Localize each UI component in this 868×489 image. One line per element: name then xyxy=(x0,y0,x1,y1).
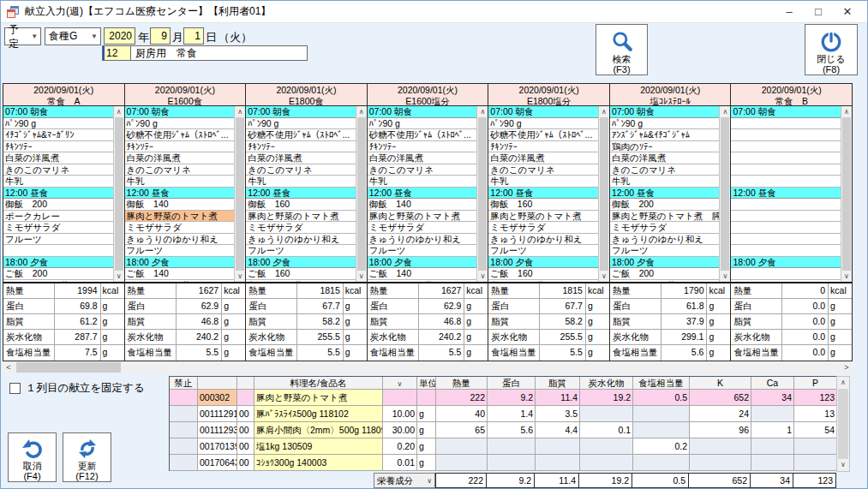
menu-item-row[interactable]: カニのちらし蒸し xyxy=(3,280,113,284)
ban-cell[interactable] xyxy=(170,438,198,455)
food-row[interactable]: 0011129300豚肩小間肉〈2mm〉500g 11809830.00g655… xyxy=(170,422,836,438)
scrollbar-thumb[interactable] xyxy=(838,389,848,459)
potassium-cell[interactable]: 24 xyxy=(690,406,751,422)
ban-cell[interactable] xyxy=(170,406,198,422)
carbohydrate-cell[interactable]: 0.1 xyxy=(580,422,633,438)
scroll-up-icon[interactable]: ∧ xyxy=(841,106,852,117)
food-subcode-cell[interactable] xyxy=(237,390,254,406)
menu-item-row[interactable]: カニのちらし蒸し xyxy=(125,280,235,284)
potassium-cell[interactable] xyxy=(690,438,751,455)
menu-item-row[interactable]: 砂糖不使用ｼﾞｬﾑ（ｽﾄﾛﾍﾞ... xyxy=(488,129,598,141)
menu-item-row[interactable]: ミモザサラダ xyxy=(368,222,477,234)
carbohydrate-cell[interactable] xyxy=(580,455,633,471)
menu-item-row[interactable]: フルーツ xyxy=(125,245,235,257)
ban-cell[interactable] xyxy=(170,455,198,471)
menu-item-row[interactable]: ﾊﾟﾝ90 g xyxy=(246,118,356,130)
menu-item-row[interactable] xyxy=(731,268,841,280)
scroll-right-icon[interactable]: > xyxy=(841,361,853,373)
menu-item-row[interactable]: ご飯 140 xyxy=(368,268,477,280)
scrollbar-thumb[interactable] xyxy=(16,362,121,373)
checkbox-icon[interactable] xyxy=(9,383,21,394)
menu-item-row[interactable]: ﾁｷﾝｿﾃｰ xyxy=(368,141,477,153)
calcium-cell[interactable] xyxy=(751,438,794,455)
close-icon[interactable]: ✕ xyxy=(833,1,862,22)
phosphorus-cell[interactable] xyxy=(794,438,837,455)
potassium-cell[interactable]: 652 xyxy=(690,390,751,406)
day-input[interactable]: 1 xyxy=(183,27,204,45)
search-button[interactable]: 検索 (F3) xyxy=(596,24,648,75)
scroll-up-icon[interactable]: ∧ xyxy=(720,106,730,117)
nutrition-mode-select[interactable]: 栄養成分∨ xyxy=(374,473,435,488)
food-subcode-cell[interactable]: 00 xyxy=(237,455,254,471)
meal-time-row[interactable]: 12:00 昼食 xyxy=(3,188,113,200)
month-input[interactable]: 9 xyxy=(150,27,171,45)
menu-item-row[interactable] xyxy=(731,234,841,246)
menu-item-row[interactable]: きのこのマリネ xyxy=(488,164,598,176)
vertical-scrollbar[interactable]: ∧∨ xyxy=(113,106,124,282)
menu-item-row[interactable]: 鶏のちらし蒸し xyxy=(246,280,356,284)
scroll-down-icon[interactable]: ∨ xyxy=(114,271,124,282)
scrollbar-thumb[interactable] xyxy=(721,117,729,271)
menu-item-row[interactable]: カニのちらし蒸し xyxy=(368,280,477,284)
fat-cell[interactable]: 11.4 xyxy=(536,390,580,406)
menu-item-row[interactable] xyxy=(731,141,841,153)
vertical-scrollbar[interactable]: ∧∨ xyxy=(719,106,730,282)
maximize-icon[interactable]: □ xyxy=(804,1,833,22)
menu-item-row[interactable]: 砂糖不使用ｼﾞｬﾑ（ｽﾄﾛﾍﾞ... xyxy=(246,129,356,141)
potassium-cell[interactable] xyxy=(690,455,751,471)
scrollbar-thumb[interactable] xyxy=(478,117,487,271)
meal-time-row[interactable]: 18:00 夕食 xyxy=(3,257,113,269)
meal-time-row[interactable]: 07:00 朝食 xyxy=(246,106,356,118)
menu-item-row[interactable]: 豚肉と野菜のトマト煮 膵 xyxy=(610,211,720,223)
menu-item-row[interactable]: 牛乳 xyxy=(246,176,356,188)
food-subcode-cell[interactable]: 00 xyxy=(237,406,254,422)
amount-cell[interactable]: 10.00 xyxy=(383,406,417,422)
menu-item-row[interactable]: 白菜の洋風煮 xyxy=(488,152,598,164)
ban-cell[interactable] xyxy=(170,422,198,438)
scrollbar-thumb[interactable] xyxy=(115,117,123,271)
meal-group-select[interactable]: 食種G ▼ xyxy=(45,27,101,45)
menu-item-row[interactable]: ご飯 200 xyxy=(610,268,720,280)
protein-cell[interactable]: 1.4 xyxy=(488,406,536,422)
plan-type-select[interactable]: 予定 ▼ xyxy=(4,27,41,45)
energy-cell[interactable]: 222 xyxy=(436,390,488,406)
meal-time-row[interactable]: 18:00 夕食 xyxy=(246,257,356,269)
amount-cell[interactable]: 0.20 xyxy=(383,438,417,455)
food-code-cell[interactable]: 00170139 xyxy=(198,438,237,455)
vertical-scrollbar[interactable]: ∧∨ xyxy=(476,106,488,282)
menu-item-row[interactable]: カニのちらし蒸し xyxy=(610,280,720,284)
meal-time-row[interactable]: 18:00 夕食 xyxy=(731,257,841,269)
menu-item-row[interactable]: 豚肉と野菜のトマト煮 xyxy=(246,211,356,223)
menu-item-row[interactable]: きのこのマリネ xyxy=(368,164,477,176)
meal-time-row[interactable]: 18:00 夕食 xyxy=(125,257,235,269)
food-name-cell[interactable]: 塩1kg 130509 xyxy=(254,438,383,455)
food-code-cell[interactable]: 00111291 xyxy=(198,406,237,422)
scroll-up-icon[interactable]: ∧ xyxy=(599,106,609,117)
menu-item-row[interactable]: 豚肉と野菜のトマト煮 xyxy=(488,211,598,223)
unit-cell[interactable] xyxy=(417,390,436,406)
meal-time-row[interactable]: 07:00 朝食 xyxy=(368,106,477,118)
unit-cell[interactable]: g xyxy=(417,406,436,422)
cancel-button[interactable]: 取消 (F4) xyxy=(8,432,57,482)
menu-item-row[interactable]: ﾊﾟﾝ90 g xyxy=(488,118,598,130)
meal-time-row[interactable]: 12:00 昼食 xyxy=(368,188,477,200)
amount-cell[interactable] xyxy=(383,390,417,406)
vertical-scrollbar[interactable]: ∧∨ xyxy=(841,106,852,282)
menu-item-row[interactable] xyxy=(731,118,841,130)
scroll-down-icon[interactable]: ∨ xyxy=(841,271,852,282)
potassium-cell[interactable]: 96 xyxy=(690,422,751,438)
kitchen-name-field[interactable]: 厨房用 常食 xyxy=(130,45,308,61)
menu-item-row[interactable] xyxy=(731,222,841,234)
menu-item-row[interactable]: きのこのマリネ xyxy=(610,164,720,176)
menu-item-row[interactable]: ミモザサラダ xyxy=(610,222,720,234)
menu-item-row[interactable]: ミモザサラダ xyxy=(488,222,598,234)
menu-item-row[interactable]: 御飯 160 xyxy=(488,199,598,211)
menu-item-row[interactable] xyxy=(3,245,113,257)
scroll-down-icon[interactable]: ∨ xyxy=(720,271,730,282)
menu-item-row[interactable] xyxy=(731,245,841,257)
menu-item-row[interactable] xyxy=(731,129,841,141)
ban-cell[interactable] xyxy=(170,390,198,406)
unit-cell[interactable]: g xyxy=(417,422,436,438)
scrollbar-thumb[interactable] xyxy=(357,117,366,271)
menu-item-row[interactable]: ご飯 140 xyxy=(125,268,235,280)
